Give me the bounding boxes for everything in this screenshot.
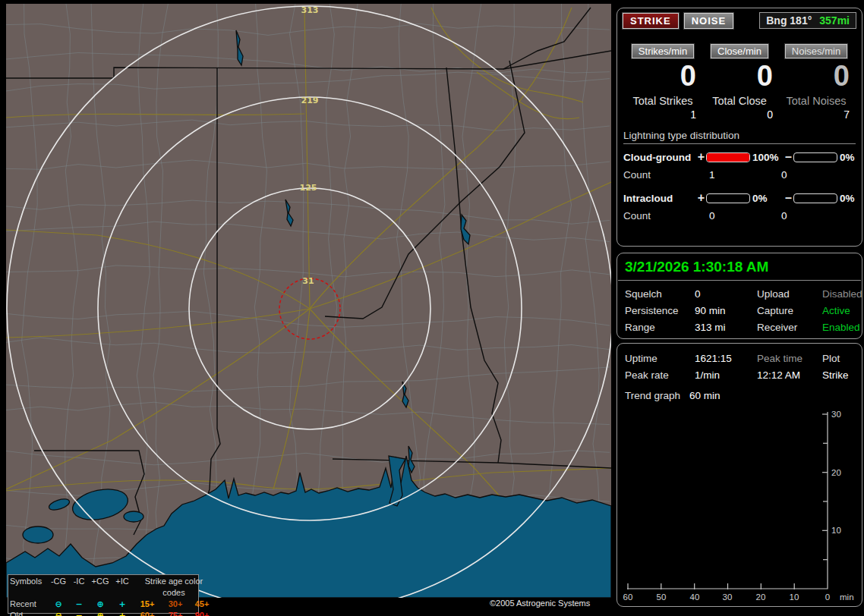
upload-status: Disabled bbox=[822, 288, 862, 300]
legend-recent-label: Recent bbox=[10, 599, 48, 610]
trend-graph-value: 60 min bbox=[689, 390, 721, 401]
cloud-ground-count-row: Count 1 0 bbox=[623, 169, 856, 181]
x-tick-30: 30 bbox=[723, 592, 733, 602]
y-ticks bbox=[822, 414, 828, 560]
age-90-label: 90+ bbox=[189, 610, 215, 616]
cg-negative-bar bbox=[793, 152, 837, 162]
receiver-label: Receiver bbox=[757, 322, 822, 333]
legend-symbols-header: Symbols bbox=[10, 576, 48, 599]
legend-pos-cg-header: +CG bbox=[89, 576, 112, 599]
uptime-label: Uptime bbox=[625, 353, 695, 364]
capture-status: Active bbox=[822, 305, 862, 316]
ic-positive-count: 0 bbox=[709, 210, 781, 222]
x-tick-50: 50 bbox=[657, 592, 667, 602]
total-strikes-label: Total Strikes bbox=[625, 95, 701, 107]
total-close-label: Total Close bbox=[702, 95, 777, 107]
peak-rate-value: 1/min bbox=[695, 369, 757, 381]
x-tick-60: 60 bbox=[623, 592, 633, 602]
x-axis-unit: min bbox=[840, 592, 854, 602]
ic-negative-bar bbox=[793, 193, 837, 203]
noises-per-min-value: 0 bbox=[778, 58, 854, 93]
age-15-label: 15+ bbox=[133, 599, 162, 610]
cg-negative-count: 0 bbox=[781, 169, 787, 181]
symbols-legend: Symbols -CG -IC +CG +IC Strike age color… bbox=[8, 574, 199, 614]
total-strikes-value: 1 bbox=[625, 108, 701, 121]
plot-value: Strike bbox=[822, 369, 854, 381]
strike-mode-button[interactable]: STRIKE bbox=[623, 13, 679, 29]
ic-positive-bar bbox=[706, 193, 750, 203]
persistence-value: 90 min bbox=[695, 305, 757, 316]
uptime-value: 1621:15 bbox=[695, 353, 757, 364]
ring-label-125: 125 bbox=[300, 183, 317, 193]
pos-ic-old-icon: + bbox=[112, 610, 133, 616]
ic-negative-count: 0 bbox=[781, 210, 787, 222]
counters-panel: STRIKE NOISE Bng 181° 357mi Strikes/min … bbox=[616, 8, 862, 247]
ring-label-31: 31 bbox=[302, 276, 314, 286]
bearing-readout: Bng 181° 357mi bbox=[759, 12, 856, 29]
trend-graph: 30 20 10 60 50 40 30 20 10 0 min bbox=[617, 409, 862, 605]
cg-positive-bar bbox=[706, 152, 750, 162]
copyright-text: ©2005 Astrogenic Systems bbox=[490, 599, 590, 608]
pos-cg-old-icon: ⊕ bbox=[89, 610, 112, 616]
status-panel: 3/21/2026 1:30:18 AM Squelch 0 Upload Di… bbox=[616, 253, 862, 339]
peak-rate-label: Peak rate bbox=[625, 369, 695, 381]
total-noises-value: 7 bbox=[778, 108, 854, 121]
distribution-title: Lightning type distribution bbox=[623, 130, 856, 144]
strikes-per-min-value: 0 bbox=[625, 58, 701, 93]
count-label: Count bbox=[623, 210, 696, 222]
lightning-map[interactable]: 313 219 125 31 bbox=[6, 4, 611, 598]
count-label: Count bbox=[623, 169, 696, 181]
cloud-ground-row: Cloud-ground + 100% – 0% bbox=[623, 150, 856, 164]
y-tick-10: 10 bbox=[831, 526, 841, 535]
datetime-display: 3/21/2026 1:30:18 AM bbox=[617, 253, 862, 280]
age-75-label: 75+ bbox=[162, 610, 189, 616]
cloud-ground-label: Cloud-ground bbox=[623, 152, 696, 163]
nexstorm-window: 313 219 125 31 Symbols -CG -IC +CG +IC S… bbox=[0, 0, 864, 616]
trend-panel: Uptime 1621:15 Peak time Plot Peak rate … bbox=[616, 343, 862, 607]
total-close-value: 0 bbox=[702, 108, 777, 121]
cg-positive-count: 1 bbox=[709, 169, 781, 181]
trend-axes bbox=[627, 412, 828, 589]
persistence-label: Persistence bbox=[625, 305, 695, 316]
range-label: Range bbox=[625, 322, 695, 333]
map-canvas: 313 219 125 31 bbox=[6, 4, 611, 598]
ring-label-219: 219 bbox=[301, 96, 319, 105]
ic-negative-pct: 0% bbox=[837, 193, 855, 204]
ring-label-313: 313 bbox=[301, 5, 319, 15]
upload-label: Upload bbox=[757, 288, 822, 300]
range-value: 313 mi bbox=[695, 322, 757, 333]
intracloud-row: Intracloud + 0% – 0% bbox=[623, 191, 856, 205]
x-tick-20: 20 bbox=[756, 592, 766, 602]
noises-counter: Noises/min 0 Total Noises 7 bbox=[778, 44, 854, 121]
strikes-per-min-button[interactable]: Strikes/min bbox=[632, 44, 694, 58]
peak-time-value: 12:12 AM bbox=[757, 369, 822, 381]
legend-neg-cg-header: -CG bbox=[48, 576, 69, 599]
cg-negative-pct: 0% bbox=[837, 152, 855, 163]
legend-pos-ic-header: +IC bbox=[112, 576, 133, 599]
close-per-min-button[interactable]: Close/min bbox=[711, 44, 768, 58]
age-60-label: 60+ bbox=[133, 610, 162, 616]
bearing-distance: 357mi bbox=[819, 14, 850, 27]
close-per-min-value: 0 bbox=[702, 58, 777, 93]
plus-sign: + bbox=[696, 150, 706, 164]
pos-ic-recent-icon: + bbox=[112, 599, 133, 610]
cg-positive-pct: 100% bbox=[750, 152, 784, 163]
plot-label: Plot bbox=[822, 353, 854, 364]
neg-ic-recent-icon: − bbox=[69, 599, 89, 610]
noises-per-min-button[interactable]: Noises/min bbox=[785, 44, 847, 58]
pos-cg-recent-icon: ⊕ bbox=[89, 599, 112, 610]
neg-cg-old-icon: ⊖ bbox=[48, 610, 69, 616]
legend-neg-ic-header: -IC bbox=[69, 576, 89, 599]
x-tick-10: 10 bbox=[790, 592, 799, 602]
noise-mode-button[interactable]: NOISE bbox=[684, 13, 733, 29]
y-tick-30: 30 bbox=[831, 410, 841, 419]
squelch-label: Squelch bbox=[625, 288, 695, 300]
peak-time-label: Peak time bbox=[757, 353, 822, 364]
neg-cg-recent-icon: ⊖ bbox=[48, 599, 69, 610]
close-counter: Close/min 0 Total Close 0 bbox=[702, 44, 777, 121]
age-30-label: 30+ bbox=[162, 599, 189, 610]
legend-old-label: Old bbox=[10, 610, 48, 616]
neg-ic-old-icon: − bbox=[69, 610, 89, 616]
strikes-counter: Strikes/min 0 Total Strikes 1 bbox=[625, 44, 701, 121]
intracloud-label: Intracloud bbox=[623, 193, 696, 204]
